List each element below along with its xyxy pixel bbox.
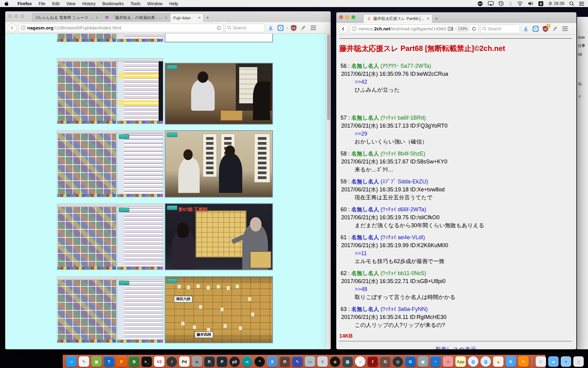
dock-icon-preview[interactable]: ▣	[91, 356, 102, 367]
dock-icon-cube-3d-app[interactable]: ◆	[192, 356, 202, 367]
back-button[interactable]	[339, 24, 348, 33]
dock-icon-blue-notebook[interactable]: ✎	[292, 356, 303, 367]
dock-icon-robot-kit-app[interactable]: R	[280, 356, 290, 367]
dock-icon-screenshot-photos-app[interactable]: ▣	[418, 356, 428, 367]
broadcast-video-frame[interactable]	[165, 131, 273, 197]
screen-recorder-menu-icon[interactable]	[477, 1, 483, 6]
page-thumbnail-pair[interactable]	[57, 34, 163, 42]
menu-tools[interactable]: Tools	[127, 1, 144, 6]
page-thumbnail-pair[interactable]	[57, 58, 163, 124]
dock-icon-pure-data[interactable]: Pd	[179, 356, 190, 367]
broadcast-video-frame[interactable]: 第67期 王将戦	[165, 204, 273, 270]
dock-icon-terminal[interactable]: >_	[141, 356, 152, 367]
post-author[interactable]: 名無し名人	[351, 178, 379, 185]
tab-close-icon[interactable]: ✕	[198, 16, 201, 20]
broadcast-video-frame[interactable]	[165, 34, 273, 42]
post-author[interactable]: 名無し名人	[351, 63, 379, 69]
dock-icon-processing-dark-2[interactable]: P	[217, 356, 227, 367]
dock-icon-flash[interactable]: f	[368, 356, 378, 367]
post-author[interactable]: 名無し名人	[351, 306, 379, 312]
dock-icon-quicktime[interactable]: Q	[468, 356, 478, 367]
page-zoom-badge[interactable]: 133%	[455, 26, 470, 32]
search-bar[interactable]: Search	[225, 24, 265, 32]
video-download-helper-icon[interactable]	[277, 24, 285, 32]
page-thumbnail-pair[interactable]	[57, 130, 163, 197]
new-tab-button[interactable]: +	[203, 13, 212, 22]
bluetooth-icon[interactable]	[509, 1, 512, 6]
menu-firefox[interactable]: Firefox	[14, 1, 35, 6]
post-author[interactable]: 名無し名人	[351, 115, 379, 121]
dock-icon-quicktime-7[interactable]: Q	[481, 356, 491, 367]
thumbnail-text-listing-page[interactable]	[117, 130, 163, 197]
post-author[interactable]: 名無し名人	[351, 234, 379, 240]
url-bar[interactable]: nagasm.org/1106/news5/Fujii4dan/index.ht…	[19, 24, 223, 32]
right-window-controls[interactable]	[339, 15, 355, 19]
menu-window[interactable]: Window	[144, 1, 166, 6]
site-info-icon[interactable]	[352, 26, 356, 31]
video-download-helper-icon[interactable]	[532, 25, 540, 33]
scrollbar-thumb[interactable]	[327, 34, 330, 120]
thumbnail-text-listing-page[interactable]	[117, 204, 163, 270]
dock-icon-firefox[interactable]: F	[116, 356, 127, 367]
input-source-icon[interactable]: A	[538, 1, 543, 6]
dock-icon-orange-doc-app[interactable]: ✎	[518, 356, 529, 367]
thumbnail-text-listing-page[interactable]	[117, 277, 163, 343]
thumbnail-photo-grid-page[interactable]	[57, 34, 116, 42]
tab-close-icon[interactable]: ✕	[96, 16, 99, 20]
dock-icon-finder[interactable]: ☺	[66, 356, 77, 367]
dock-icon-scanner[interactable]: ▭	[305, 356, 315, 367]
airplay-display-icon[interactable]	[488, 1, 494, 6]
post-body-line[interactable]: >>29	[355, 130, 572, 138]
zoom-window-button[interactable]	[352, 15, 355, 19]
dock-icon-itunes[interactable]: ♪	[355, 356, 365, 367]
dock-icon-arduino[interactable]: ∞	[242, 356, 252, 367]
dock-icon-processing-dark-1[interactable]: P.	[204, 356, 215, 367]
thumbnail-photo-grid-page[interactable]	[57, 130, 116, 197]
dock-icon-trash-full[interactable]: ▯	[573, 356, 584, 367]
minimize-window-button[interactable]	[345, 15, 349, 19]
tab-2ちゃんねる 電車男[interactable]: 2ちゃんねる 電車男 ニュース ヘッドラ✕	[32, 13, 101, 22]
left-window-controls[interactable]	[8, 14, 24, 18]
menu-hamburger-button[interactable]	[561, 25, 569, 33]
dock-icon-vnc-viewer[interactable]: V2	[154, 356, 164, 367]
dock-icon-g-house-app[interactable]: G	[405, 356, 416, 367]
menu-bookmarks[interactable]: Bookmarks	[99, 1, 127, 6]
toolbar-caret-icon[interactable]: ▾	[286, 26, 288, 29]
dock-icon-xquartz[interactable]: X	[317, 356, 328, 367]
dock-icon-vlc[interactable]: ▲	[493, 356, 503, 367]
dock-icon-pinwheel-app[interactable]: *	[254, 356, 265, 367]
post-author[interactable]: 名無し名人	[351, 270, 379, 276]
url-bar[interactable]: mevius.2ch.net/test/read.cgi/bgame/14980…	[350, 25, 478, 33]
thumbnail-photo-grid-page[interactable]	[57, 204, 116, 270]
left-page-scrollbar[interactable]	[326, 34, 331, 349]
post-body-line[interactable]: >>42	[355, 78, 572, 86]
reader-mode-icon[interactable]	[448, 27, 453, 31]
dock-icon-waveform-editor[interactable]: ≈	[443, 356, 453, 367]
dock-icon-folder-penguin[interactable]: □	[536, 356, 546, 367]
menu-bar-clock[interactable]: 水 16:35	[548, 1, 564, 6]
ublock-origin-button[interactable]: UO 4	[541, 25, 549, 33]
downloads-button[interactable]	[522, 25, 530, 33]
close-window-button[interactable]	[339, 15, 343, 19]
tab-close-icon[interactable]: ✕	[164, 16, 168, 20]
menu-hamburger-button[interactable]	[309, 24, 317, 32]
tab-close-icon[interactable]: ✕	[427, 17, 430, 21]
dock-icon-intel-wave-app[interactable]: ~	[430, 356, 441, 367]
dock-icon-keynote[interactable]: K	[506, 356, 516, 367]
new-posts-link[interactable]: 新着レスの表示	[435, 346, 476, 349]
dock-icon-gold-badge-app[interactable]: ◉	[330, 356, 340, 367]
thumbnail-text-listing-page[interactable]	[117, 34, 163, 42]
menu-help[interactable]: Help	[166, 1, 182, 6]
dock-icon-appcleaner[interactable]: App	[455, 356, 466, 367]
minimize-window-button[interactable]	[14, 14, 18, 18]
dock-icon-textedit[interactable]: ✎	[79, 356, 89, 367]
menu-history[interactable]: History	[79, 1, 99, 6]
site-info-icon[interactable]	[21, 25, 25, 30]
tab-藤井聡太応援スレ P[interactable]: 2藤井聡太応援スレ Part68 [無断✕	[363, 14, 432, 23]
ublock-origin-button[interactable]: UO	[290, 24, 298, 32]
thumbnail-photo-grid-page[interactable]	[57, 277, 116, 343]
dock-icon-midi-keyboard-app[interactable]: ▦	[342, 356, 353, 367]
post-body-line[interactable]: >>11	[355, 249, 572, 257]
close-window-button[interactable]	[8, 14, 12, 18]
volume-icon[interactable]	[528, 1, 533, 6]
